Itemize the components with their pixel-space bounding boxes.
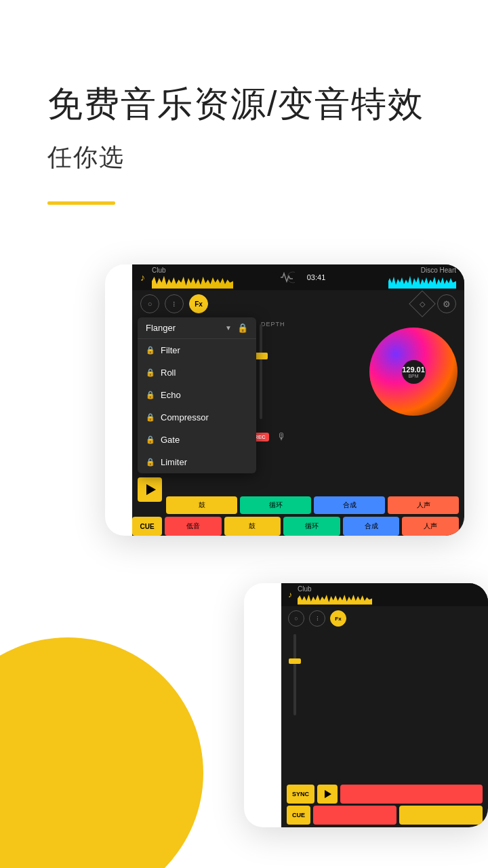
fx-option-echo[interactable]: 🔒 Echo — [138, 384, 256, 406]
pad-vocal-1[interactable]: 人声 — [388, 496, 459, 514]
track-right: Disco Heart — [333, 267, 456, 289]
small-controls-row: ○ ⫶ Fx — [281, 606, 488, 631]
small-fader-handle[interactable] — [289, 658, 301, 664]
small-play-button[interactable] — [317, 785, 338, 804]
small-fx-btn[interactable]: Fx — [330, 610, 346, 627]
fx-option-label-gate: Gate — [161, 435, 180, 445]
fx-option-gate[interactable]: 🔒 Gate — [138, 429, 256, 451]
diamond-button[interactable]: ◇ — [409, 290, 436, 317]
pad-vocal-2[interactable]: 人声 — [402, 517, 459, 536]
small-sync-row: SYNC — [281, 785, 488, 804]
pad-loop-1[interactable]: 循环 — [240, 496, 311, 514]
option-lock-icon: 🔒 — [146, 346, 155, 355]
small-extra-pad[interactable] — [340, 785, 483, 804]
waveform-view-button[interactable]: ○ — [140, 294, 159, 313]
fx-option-filter[interactable]: 🔒 Filter — [138, 339, 256, 361]
fx-option-label-filter: Filter — [161, 345, 180, 355]
small-music-icon: ♪ — [288, 590, 292, 599]
option-lock-icon-compressor: 🔒 — [146, 413, 155, 422]
option-lock-icon-echo: 🔒 — [146, 391, 155, 399]
pad-drum-1[interactable]: 鼓 — [166, 496, 237, 514]
dj-controls-row: ○ ⫶ Fx ◇ ⚙ — [132, 290, 464, 317]
turntable[interactable]: 129.01 BPM — [369, 328, 458, 416]
fx-option-compressor[interactable]: 🔒 Compressor — [138, 406, 256, 429]
pad-loop-2[interactable]: 循环 — [283, 517, 340, 536]
small-track-name: Club — [298, 585, 372, 593]
play-triangle-icon — [146, 484, 156, 495]
small-cue-extra-1[interactable] — [313, 806, 396, 825]
waveform-left — [152, 274, 233, 289]
small-play-triangle-icon — [325, 790, 331, 798]
pad-synth-1[interactable]: 合成 — [314, 496, 385, 514]
hero-subtitle: 任你选 — [47, 141, 441, 174]
small-cue-button[interactable]: CUE — [287, 806, 310, 825]
yellow-circle-decoration — [0, 637, 203, 868]
fx-dropdown-panel[interactable]: Flanger ▼ 🔒 🔒 Filter 🔒 Roll 🔒 Echo — [138, 317, 256, 473]
turntable-disc: 129.01 BPM — [369, 328, 458, 416]
small-waveform — [298, 593, 372, 605]
dj-top-bar: ♪ Club 03:41 Disco Heart — [132, 264, 464, 290]
bpm-value: 129.01 — [402, 366, 425, 374]
small-top-bar: ♪ Club — [281, 583, 488, 606]
option-lock-icon-limiter: 🔒 — [146, 458, 155, 467]
turntable-center: 129.01 BPM — [402, 360, 426, 384]
fx-option-label-limiter: Limiter — [161, 457, 187, 467]
pad-row-1: 鼓 循环 合成 人声 — [166, 496, 459, 514]
bpm-label: BPM — [408, 374, 418, 378]
track-name-left: Club — [152, 267, 274, 274]
fx-option-roll[interactable]: 🔒 Roll — [138, 361, 256, 384]
bottom-pad-row: CUE 低音 鼓 循环 合成 人声 — [132, 517, 459, 536]
fx-selected-label: Flanger — [146, 323, 225, 333]
pad-drum-2[interactable]: 鼓 — [224, 517, 281, 536]
dj-main-content: Flanger ▼ 🔒 🔒 Filter 🔒 Roll 🔒 Echo — [132, 317, 464, 467]
track-time: 03:41 — [307, 273, 326, 281]
dj-interface-small: ♪ Club ○ ⫶ Fx SYNC CU — [281, 583, 488, 827]
fader-handle[interactable] — [254, 353, 268, 359]
small-waveform-btn[interactable]: ○ — [288, 610, 304, 627]
fader-track — [260, 324, 262, 419]
pad-synth-2[interactable]: 合成 — [343, 517, 400, 536]
main-device-mockup: ♪ Club 03:41 Disco Heart ○ ⫶ Fx — [105, 264, 464, 536]
waveform-right — [388, 274, 456, 289]
sync-button[interactable]: SYNC — [287, 785, 314, 804]
option-lock-icon-gate: 🔒 — [146, 435, 155, 444]
small-cue-row: CUE — [281, 806, 488, 825]
yellow-divider — [47, 201, 115, 205]
fx-option-label-echo: Echo — [161, 390, 181, 400]
lock-icon[interactable]: 🔒 — [237, 323, 248, 333]
fx-option-label-roll: Roll — [161, 368, 176, 378]
option-lock-icon-roll: 🔒 — [146, 368, 155, 377]
fx-option-limiter[interactable]: 🔒 Limiter — [138, 451, 256, 473]
fx-dropdown-header: Flanger ▼ 🔒 — [138, 317, 256, 339]
music-note-icon: ♪ — [140, 272, 145, 283]
dj-interface-main: ♪ Club 03:41 Disco Heart ○ ⫶ Fx — [132, 264, 464, 536]
small-eq-btn[interactable]: ⫶ — [309, 610, 325, 627]
small-track-info: Club — [298, 585, 372, 605]
hero-section: 免费音乐资源/变音特效 任你选 — [0, 0, 488, 205]
small-fader-track — [293, 634, 296, 715]
small-device-mockup: ♪ Club ○ ⫶ Fx SYNC CU — [244, 583, 488, 827]
track-left: Club — [152, 267, 274, 289]
fx-option-label-compressor: Compressor — [161, 412, 209, 422]
fx-button[interactable]: Fx — [189, 294, 208, 313]
cue-button[interactable]: CUE — [132, 517, 162, 536]
play-button[interactable] — [138, 477, 162, 502]
microphone-icon[interactable]: 🎙 — [277, 431, 287, 442]
small-cue-extra-2[interactable] — [399, 806, 483, 825]
dropdown-arrow-icon[interactable]: ▼ — [225, 324, 232, 332]
pad-bass[interactable]: 低音 — [165, 517, 222, 536]
small-bottom-area: SYNC CUE — [281, 785, 488, 827]
equalizer-button[interactable]: ⫶ — [165, 294, 184, 313]
track-name-right: Disco Heart — [333, 267, 456, 274]
heartbeat-icon[interactable] — [274, 265, 299, 290]
hero-title: 免费音乐资源/变音特效 — [47, 81, 441, 127]
settings-button[interactable]: ⚙ — [437, 294, 456, 313]
